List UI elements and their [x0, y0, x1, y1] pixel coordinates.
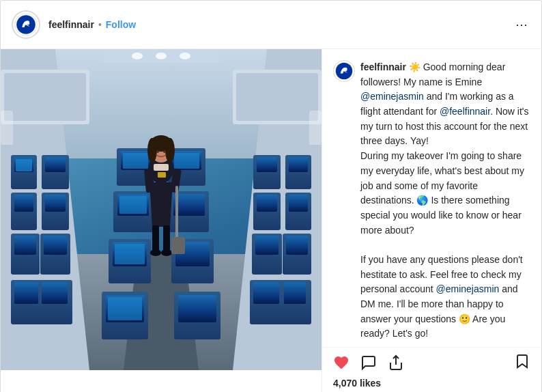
post-actions — [322, 347, 541, 375]
caption-body: Good morning dear followers! My name is … — [360, 61, 528, 339]
svg-point-73 — [165, 138, 175, 163]
post-image — [1, 49, 322, 370]
svg-rect-17 — [16, 159, 32, 171]
header-username[interactable]: feelfinnair — [48, 19, 94, 30]
follow-button[interactable]: Follow — [106, 19, 136, 30]
svg-rect-31 — [42, 282, 68, 304]
svg-point-80 — [150, 249, 161, 256]
svg-rect-84 — [171, 237, 185, 254]
svg-rect-45 — [255, 236, 279, 255]
post-right-panel: feelfinnair ☀️ Good morning dear followe… — [322, 49, 541, 392]
svg-rect-27 — [45, 195, 66, 212]
svg-marker-77 — [149, 182, 173, 227]
more-options-button[interactable]: ⋯ — [513, 17, 530, 32]
svg-rect-68 — [178, 295, 216, 322]
svg-rect-83 — [175, 186, 178, 240]
like-button[interactable] — [333, 354, 350, 371]
svg-rect-19 — [14, 195, 33, 212]
svg-rect-35 — [289, 195, 308, 212]
svg-rect-33 — [289, 157, 308, 172]
share-button[interactable] — [388, 354, 404, 371]
svg-point-72 — [147, 138, 157, 163]
svg-rect-41 — [257, 157, 277, 172]
svg-rect-88 — [309, 111, 322, 145]
svg-rect-74 — [154, 164, 169, 171]
bookmark-button[interactable] — [514, 353, 530, 372]
header-info: feelfinnair • Follow — [48, 19, 513, 30]
svg-rect-47 — [253, 282, 279, 304]
svg-rect-25 — [45, 157, 66, 172]
comment-button[interactable] — [360, 354, 377, 371]
svg-rect-66 — [108, 297, 142, 320]
svg-point-14 — [180, 53, 190, 59]
svg-rect-82 — [158, 172, 166, 178]
svg-rect-21 — [14, 236, 36, 255]
svg-rect-53 — [174, 153, 199, 169]
svg-rect-8 — [4, 73, 86, 121]
svg-point-81 — [161, 249, 172, 256]
svg-point-12 — [132, 53, 143, 59]
caption-text: feelfinnair ☀️ Good morning dear followe… — [360, 60, 530, 341]
svg-rect-39 — [282, 282, 306, 304]
header-verified-dot: • — [98, 19, 102, 30]
mention-eminejasmin[interactable]: @eminejasmin — [360, 91, 424, 102]
svg-rect-87 — [1, 111, 13, 145]
avatar[interactable] — [12, 10, 40, 39]
svg-rect-29 — [44, 236, 67, 255]
svg-rect-61 — [115, 244, 145, 264]
svg-rect-43 — [257, 195, 277, 212]
svg-point-86 — [163, 150, 166, 153]
caption-username[interactable]: feelfinnair — [360, 61, 406, 72]
post-header: feelfinnair • Follow ⋯ — [1, 1, 541, 49]
svg-rect-23 — [14, 282, 38, 304]
sun-icon: ☀️ — [409, 61, 423, 72]
mention-feelfinnair[interactable]: @feelfinnair — [440, 106, 490, 117]
svg-point-13 — [156, 53, 167, 59]
caption-avatar — [333, 60, 355, 82]
post-caption: feelfinnair ☀️ Good morning dear followe… — [322, 49, 541, 347]
post-container: feelfinnair • Follow ⋯ — [0, 0, 542, 392]
post-body: feelfinnair ☀️ Good morning dear followe… — [1, 49, 541, 392]
caption-top: feelfinnair ☀️ Good morning dear followe… — [333, 60, 530, 341]
svg-rect-79 — [163, 225, 170, 253]
svg-rect-50 — [123, 153, 148, 169]
likes-count: 4,070 likes — [322, 375, 541, 391]
svg-rect-78 — [152, 225, 159, 253]
svg-rect-37 — [286, 236, 308, 255]
svg-rect-10 — [236, 73, 318, 121]
svg-point-85 — [156, 150, 159, 153]
svg-rect-56 — [119, 196, 147, 214]
mention-eminejasmin-2[interactable]: @eminejasmin — [436, 283, 500, 294]
